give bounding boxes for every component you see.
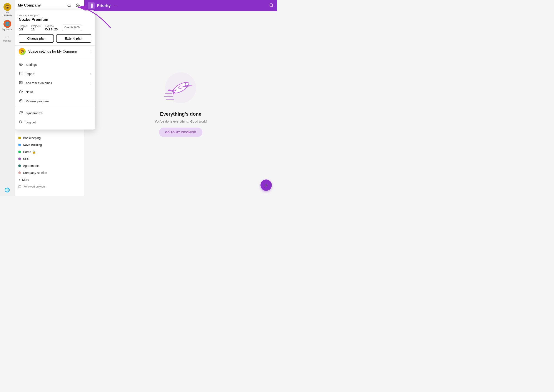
manage-label: Manage [3, 40, 11, 42]
project-name-nova: Nova Building [23, 143, 42, 147]
project-name-reunion: Company reunion [23, 171, 47, 175]
gear-icon [76, 3, 80, 7]
add-tasks-email-label: Add tasks via email [26, 81, 52, 85]
main-content: ▐ Priority ··· [84, 0, 277, 196]
empty-state: Everything's done You've done everything… [84, 11, 277, 196]
icon-rail: 🦁 My Company 🌐 My Nozbe ··· Manage 🌐 [0, 0, 15, 196]
import-icon [19, 72, 23, 76]
sidebar-header-icons [66, 2, 81, 9]
credits-value: 0.00 [74, 26, 80, 29]
settings-label: Settings [26, 63, 37, 66]
project-nova-building[interactable]: Nova Building [15, 141, 84, 148]
synchronize-label: Synchronize [26, 112, 43, 115]
my-nozbe-avatar: 🌐 [3, 20, 11, 28]
import-label: Import [26, 72, 34, 76]
project-name-seo: SEO [23, 157, 29, 161]
stat-expires-label: Expires [45, 25, 58, 28]
go-to-incoming-button[interactable]: GO TO MY INCOMING [159, 127, 202, 137]
settings-menu-item[interactable]: Settings [15, 60, 95, 69]
more-chevron-icon: ▼ [18, 178, 21, 181]
logout-label: Log out [26, 121, 36, 124]
import-chevron-icon: › [90, 72, 91, 76]
plan-section: Your space's plan: Nozbe Premium People … [15, 10, 95, 46]
top-bar-title: Priority [97, 3, 111, 8]
top-bar-search-button[interactable] [269, 3, 274, 8]
svg-point-4 [21, 64, 21, 65]
my-nozbe-label: My Nozbe [2, 28, 12, 31]
add-tasks-email-item[interactable]: Add tasks via email › [15, 78, 95, 88]
email-icon [19, 81, 23, 85]
followed-projects-item[interactable]: Followed projects [15, 183, 84, 190]
followed-projects-label: Followed projects [23, 185, 45, 188]
sidebar-item-my-nozbe[interactable]: 🌐 My Nozbe [1, 19, 14, 32]
project-seo[interactable]: SEO [15, 155, 84, 162]
settings-dropdown: Your space's plan: Nozbe Premium People … [15, 10, 95, 130]
sidebar-item-manage[interactable]: ··· Manage [1, 33, 14, 43]
plan-stats: People 5/5 Projects 11 Expires Oct 6, 25… [19, 25, 91, 31]
my-company-label: My Company [2, 11, 13, 16]
search-icon [67, 3, 71, 7]
news-menu-item[interactable]: News [15, 88, 95, 97]
project-dot-bookkeeping [18, 137, 21, 139]
project-agreements[interactable]: Agreements [15, 162, 84, 169]
logout-menu-item[interactable]: Log out [15, 118, 95, 127]
stat-projects: Projects 11 [31, 25, 40, 31]
extend-plan-button[interactable]: Extend plan [56, 34, 91, 43]
change-plan-button[interactable]: Change plan [19, 34, 54, 43]
search-icon [269, 3, 274, 7]
project-name-agreements: Agreements [23, 164, 39, 168]
my-company-avatar: 🦁 [3, 3, 11, 11]
plan-actions: Change plan Extend plan [19, 34, 91, 43]
project-company-reunion[interactable]: Company reunion [15, 169, 84, 176]
sidebar-item-my-company[interactable]: 🦁 My Company [1, 2, 14, 18]
space-avatar: 🦁 [19, 48, 26, 55]
space-settings-item[interactable]: 🦁 Space settings for My Company › [15, 46, 95, 57]
plan-name: Nozbe Premium [19, 17, 91, 22]
project-dot-seo [18, 158, 21, 160]
project-dot-nova [18, 144, 21, 146]
fab-add-button[interactable]: + [261, 180, 272, 191]
sync-icon [19, 111, 23, 115]
priority-icon: ▐ [88, 2, 95, 9]
space-settings-chevron-icon: › [90, 50, 91, 53]
project-dot-reunion [18, 171, 21, 174]
credits-box: Credits 0.00 [62, 25, 82, 31]
news-icon [19, 90, 23, 94]
project-home[interactable]: Home 🔒 [15, 148, 84, 155]
more-section[interactable]: ▼ More [15, 176, 84, 183]
space-settings-label: Space settings for My Company [28, 49, 78, 53]
news-label: News [26, 90, 33, 94]
divider-2 [15, 107, 95, 107]
logout-icon [19, 120, 23, 125]
manage-dots-icon: ··· [5, 34, 9, 39]
stat-people-label: People [19, 25, 27, 28]
credits-label: Credits [64, 26, 73, 29]
project-bookkeeping[interactable]: Bookkeeping [15, 134, 84, 141]
followed-projects-icon [18, 185, 21, 188]
referral-label: Referral program [26, 99, 49, 103]
top-bar: ▐ Priority ··· [84, 0, 277, 11]
stat-expires: Expires Oct 6, 25 [45, 25, 58, 31]
import-menu-item[interactable]: Import › [15, 69, 95, 78]
svg-line-1 [70, 6, 71, 7]
top-bar-menu-button[interactable]: ··· [114, 3, 117, 8]
svg-point-5 [20, 72, 22, 73]
sidebar: My Company Your space's plan: N [15, 0, 84, 196]
globe-icon: 🌐 [5, 187, 10, 193]
empty-state-subtitle: You've done everything. Good work! [155, 119, 207, 123]
settings-button[interactable] [75, 2, 81, 9]
plan-label: Your space's plan: [19, 14, 91, 17]
project-name-bookkeeping: Bookkeeping [23, 136, 41, 140]
referral-menu-item[interactable]: Referral program [15, 97, 95, 106]
stat-expires-value: Oct 6, 25 [45, 28, 58, 31]
stat-projects-value: 11 [31, 28, 40, 31]
project-dot-agreements [18, 164, 21, 167]
synchronize-menu-item[interactable]: Synchronize [15, 109, 95, 118]
sidebar-title: My Company [18, 3, 41, 8]
plane-illustration [161, 70, 200, 105]
more-label: More [22, 178, 29, 182]
project-dot-home [18, 151, 21, 153]
stat-projects-label: Projects [31, 25, 40, 28]
search-button[interactable] [66, 2, 72, 9]
sidebar-item-globe[interactable]: 🌐 [1, 186, 14, 194]
